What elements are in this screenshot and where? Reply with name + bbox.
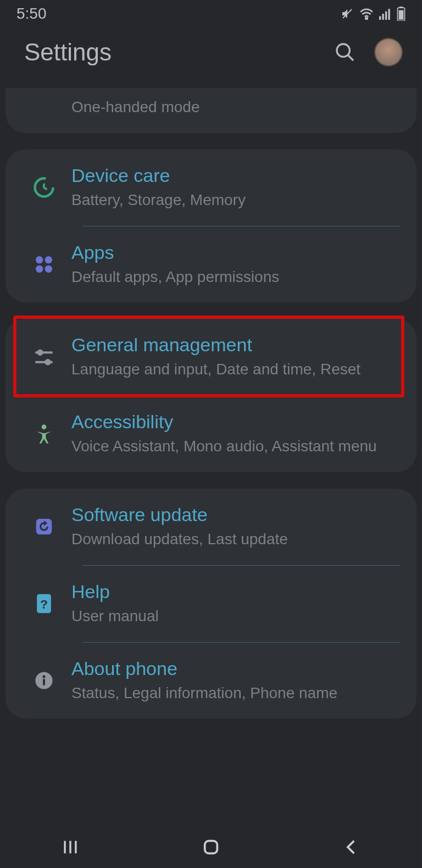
settings-scroll[interactable]: S Pen, Motions and gestures, One-handed … [0,88,422,740]
svg-line-10 [348,55,353,60]
item-title: Software update [71,504,400,526]
svg-rect-8 [399,10,404,20]
settings-group-advanced: S Pen, Motions and gestures, One-handed … [5,88,417,133]
svg-point-14 [36,266,43,273]
page-title: Settings [24,38,112,66]
sliders-icon [16,346,71,369]
apps-icon [16,253,71,275]
item-title: General management [71,334,400,356]
svg-point-15 [45,266,52,273]
settings-group: General management Language and input, D… [5,319,417,472]
item-subtitle: Battery, Storage, Memory [71,190,400,211]
status-time: 5:50 [16,5,47,23]
settings-group: Device care Battery, Storage, Memory App… [5,150,417,303]
settings-item-general-management[interactable]: General management Language and input, D… [5,319,417,395]
device-care-icon [16,175,71,200]
svg-rect-3 [382,14,384,20]
svg-rect-30 [205,841,218,854]
settings-item-help[interactable]: ? Help User manual [5,566,417,642]
settings-group: Software update Download updates, Last u… [5,489,417,718]
help-icon: ? [16,593,71,615]
info-icon [16,671,71,690]
settings-header: Settings [0,27,422,88]
item-subtitle: Default apps, App permissions [71,267,400,288]
svg-rect-25 [43,679,45,685]
recents-button[interactable] [61,838,80,856]
wifi-icon [359,8,374,20]
item-title: Help [71,581,400,602]
update-icon [16,516,71,537]
svg-point-19 [46,360,50,364]
svg-rect-2 [379,16,381,20]
item-subtitle: Status, Legal information, Phone name [71,683,400,704]
item-title: Apps [71,242,400,263]
settings-item-apps[interactable]: Apps Default apps, App permissions [5,226,417,303]
profile-avatar[interactable] [375,38,402,66]
settings-item-advanced-features[interactable]: S Pen, Motions and gestures, One-handed … [5,88,417,133]
svg-point-17 [38,350,42,355]
svg-point-13 [45,256,52,263]
settings-item-software-update[interactable]: Software update Download updates, Last u… [5,489,417,565]
item-subtitle: Voice Assistant, Mono audio, Assistant m… [71,436,400,457]
item-subtitle: Language and input, Date and time, Reset [71,359,400,380]
svg-point-26 [42,675,45,678]
battery-icon [397,7,406,21]
item-title: Device care [71,165,400,186]
item-subtitle: S Pen, Motions and gestures, One-handed … [71,88,400,118]
svg-text:?: ? [40,597,48,611]
status-icons [341,7,406,21]
mute-icon [341,7,354,20]
svg-point-9 [337,44,349,57]
item-subtitle: User manual [71,606,400,627]
svg-point-12 [36,256,43,263]
svg-rect-5 [388,9,390,20]
item-subtitle: Download updates, Last update [71,529,400,550]
settings-item-device-care[interactable]: Device care Battery, Storage, Memory [5,150,417,226]
svg-point-1 [365,18,367,19]
accessibility-icon [16,423,71,445]
item-title: About phone [71,658,400,679]
svg-point-20 [42,424,47,429]
settings-item-accessibility[interactable]: Accessibility Voice Assistant, Mono audi… [5,396,417,472]
signal-icon [379,8,391,20]
search-icon[interactable] [334,41,356,63]
back-button[interactable] [342,838,361,856]
item-title: Accessibility [71,411,400,433]
settings-item-about-phone[interactable]: About phone Status, Legal information, P… [5,643,417,719]
status-bar: 5:50 [0,0,422,27]
svg-rect-4 [385,12,387,20]
home-button[interactable] [202,838,220,856]
android-nav-bar [0,826,422,868]
